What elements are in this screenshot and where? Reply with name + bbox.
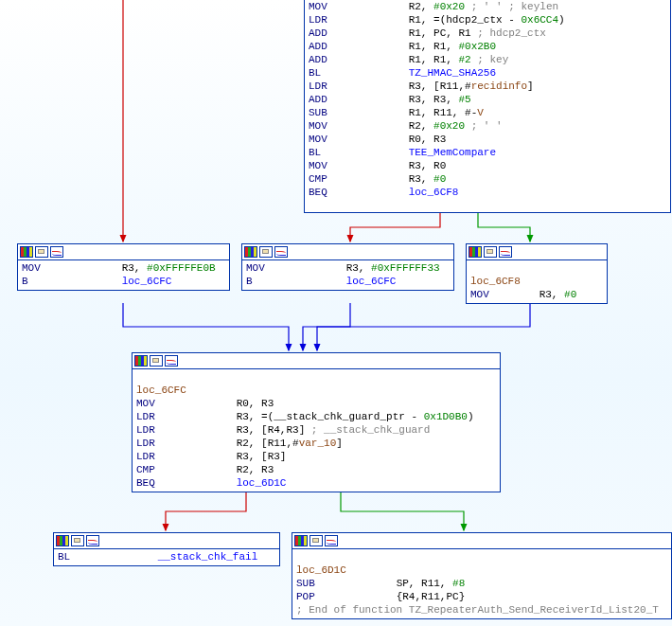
block-b3[interactable]: loc_6CF8 MOV R3, #0: [466, 243, 608, 304]
block-header: [292, 533, 671, 549]
palette-icon[interactable]: [20, 246, 33, 258]
block-b2-body: MOV R3, #0xFFFFFF33 B loc_6CFC: [242, 260, 453, 290]
palette-icon[interactable]: [469, 246, 482, 258]
block-end[interactable]: loc_6D1C SUB SP, R11, #8 POP {R4,R11,PC}…: [292, 532, 672, 619]
graph-icon[interactable]: [86, 535, 99, 546]
block-header: [54, 533, 279, 549]
palette-icon[interactable]: [134, 355, 148, 367]
block-header: [18, 244, 229, 260]
palette-icon[interactable]: [294, 535, 308, 546]
note-icon[interactable]: [309, 535, 323, 546]
palette-icon[interactable]: [244, 246, 257, 258]
block-b2[interactable]: MOV R3, #0xFFFFFF33 B loc_6CFC: [241, 243, 454, 291]
note-icon[interactable]: [71, 535, 84, 546]
block-top-body: MOV R2, #0x20 ; ' ' ; keylen LDR R1, =(h…: [305, 0, 670, 201]
note-icon[interactable]: [150, 355, 163, 367]
graph-icon[interactable]: [165, 355, 178, 367]
note-icon[interactable]: [35, 246, 48, 258]
block-mid[interactable]: loc_6CFC MOV R0, R3 LDR R3, =(__stack_ch…: [132, 352, 501, 492]
note-icon[interactable]: [259, 246, 273, 258]
graph-icon[interactable]: [499, 246, 512, 258]
block-header: [133, 353, 500, 369]
note-icon[interactable]: [484, 246, 497, 258]
block-mid-body: loc_6CFC MOV R0, R3 LDR R3, =(__stack_ch…: [133, 369, 500, 492]
block-b3-body: loc_6CF8 MOV R3, #0: [467, 260, 607, 303]
block-header: [242, 244, 453, 260]
block-top[interactable]: MOV R2, #0x20 ; ' ' ; keylen LDR R1, =(h…: [304, 0, 671, 213]
palette-icon[interactable]: [56, 535, 69, 546]
block-b1-body: MOV R3, #0xFFFFFE0B B loc_6CFC: [18, 260, 229, 290]
block-fail-body: BL __stack_chk_fail: [54, 549, 279, 565]
graph-icon[interactable]: [50, 246, 63, 258]
graph-icon[interactable]: [325, 535, 338, 546]
block-b1[interactable]: MOV R3, #0xFFFFFE0B B loc_6CFC: [17, 243, 230, 291]
block-header: [467, 244, 607, 260]
block-end-body: loc_6D1C SUB SP, R11, #8 POP {R4,R11,PC}…: [292, 549, 671, 618]
graph-icon[interactable]: [274, 246, 288, 258]
block-fail[interactable]: BL __stack_chk_fail: [53, 532, 280, 566]
